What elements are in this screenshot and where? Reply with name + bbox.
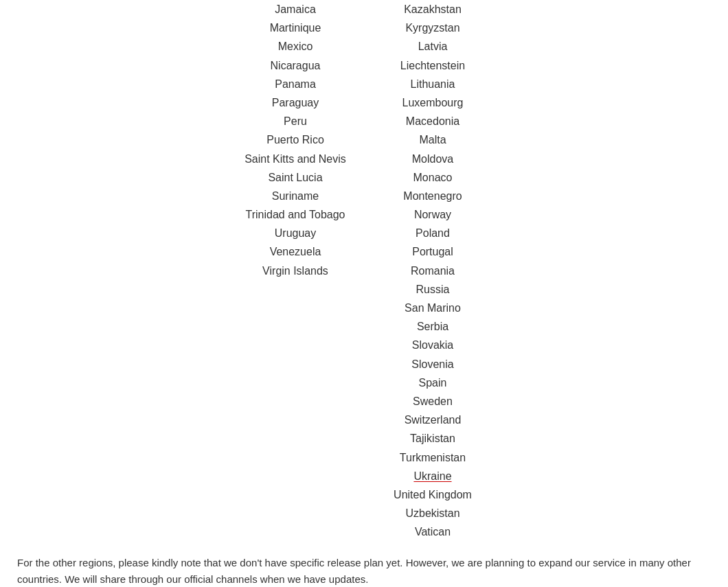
list-item: Suriname [227, 187, 364, 205]
list-item: San Marino [364, 299, 501, 317]
list-item: Mexico [227, 37, 364, 56]
list-item: Spain [364, 373, 501, 392]
footer-note: For the other regions, please kindly not… [14, 555, 714, 587]
list-item: Slovakia [364, 336, 501, 354]
list-item: Panama [227, 75, 364, 93]
list-item: Norway [364, 205, 501, 224]
list-item: Trinidad and Tobago [227, 205, 364, 224]
list-item: Saint Kitts and Nevis [227, 150, 364, 168]
list-item: United Kingdom [364, 485, 501, 504]
list-item: Latvia [364, 37, 501, 56]
list-item: Paraguay [227, 93, 364, 112]
list-item: Liechtenstein [364, 56, 501, 75]
list-item: Puerto Rico [227, 130, 364, 149]
list-item: Serbia [364, 317, 501, 336]
list-item: Sweden [364, 392, 501, 411]
left-column: JamaicaMartiniqueMexicoNicaraguaPanamaPa… [227, 0, 364, 541]
list-item: Vatican [364, 522, 501, 541]
list-item: Venezuela [227, 242, 364, 261]
list-item: Russia [364, 280, 501, 299]
list-item: Kyrgyzstan [364, 19, 501, 37]
list-item: Lithuania [364, 75, 501, 93]
list-item: Luxembourg [364, 93, 501, 112]
right-column: KazakhstanKyrgyzstanLatviaLiechtensteinL… [364, 0, 501, 541]
list-item: Martinique [227, 19, 364, 37]
list-item: Montenegro [364, 187, 501, 205]
list-item: Monaco [364, 168, 501, 187]
page-container: JamaicaMartiniqueMexicoNicaraguaPanamaPa… [0, 0, 728, 587]
list-item: Uzbekistan [364, 504, 501, 522]
list-item: Nicaragua [227, 56, 364, 75]
list-item: Uruguay [227, 224, 364, 242]
list-item: Kazakhstan [364, 0, 501, 19]
list-item: Virgin Islands [227, 262, 364, 280]
list-item: Peru [227, 112, 364, 130]
list-item: Slovenia [364, 355, 501, 373]
list-item: Moldova [364, 150, 501, 168]
list-item: Tajikistan [364, 429, 501, 448]
list-item: Turkmenistan [364, 448, 501, 467]
list-item: Portugal [364, 242, 501, 261]
list-item: Jamaica [227, 0, 364, 19]
columns-wrapper: JamaicaMartiniqueMexicoNicaraguaPanamaPa… [14, 0, 714, 541]
list-item: Saint Lucia [227, 168, 364, 187]
list-item: Switzerland [364, 411, 501, 429]
list-item: Ukraine [364, 467, 501, 485]
list-item: Romania [364, 262, 501, 280]
list-item: Macedonia [364, 112, 501, 130]
list-item: Malta [364, 130, 501, 149]
list-item: Poland [364, 224, 501, 242]
